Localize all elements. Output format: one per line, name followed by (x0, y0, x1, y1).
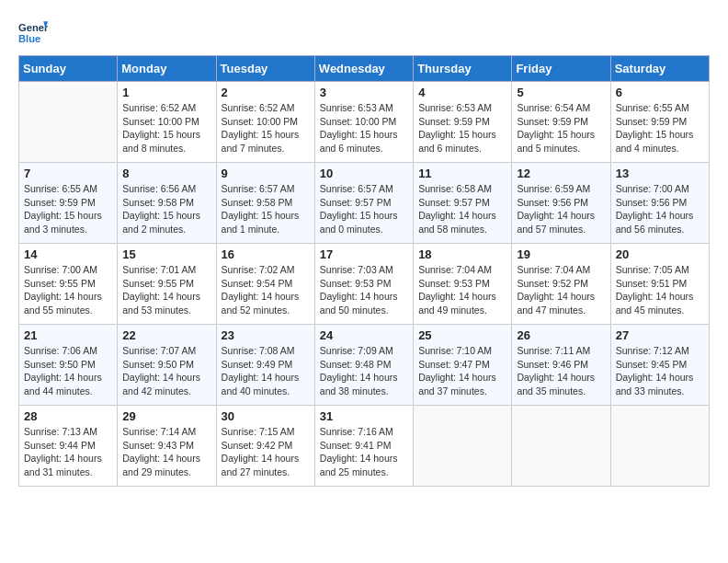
cell-text: and 2 minutes. (122, 223, 210, 236)
calendar-cell (19, 82, 118, 163)
calendar-cell: 29Sunrise: 7:14 AMSunset: 9:43 PMDayligh… (118, 406, 216, 487)
day-number: 1 (122, 86, 210, 99)
day-number: 22 (122, 328, 210, 342)
cell-text: Sunrise: 7:09 AM (320, 344, 408, 358)
cell-text: Daylight: 15 hours (517, 128, 605, 142)
cell-text: Sunset: 9:58 PM (122, 196, 210, 210)
cell-text: Sunset: 9:56 PM (616, 196, 704, 210)
cell-text: Sunrise: 7:00 AM (616, 182, 704, 196)
cell-text: and 40 minutes. (222, 385, 310, 398)
cell-text: Daylight: 14 hours (24, 290, 112, 304)
cell-text: and 52 minutes. (222, 304, 310, 317)
calendar-week-row: 1Sunrise: 6:52 AMSunset: 10:00 PMDayligh… (19, 82, 710, 163)
cell-text: Daylight: 15 hours (122, 128, 210, 142)
calendar-cell: 7Sunrise: 6:55 AMSunset: 9:59 PMDaylight… (19, 163, 118, 244)
cell-text: Sunset: 9:59 PM (517, 115, 605, 129)
cell-text: and 55 minutes. (24, 304, 112, 317)
calendar-cell: 5Sunrise: 6:54 AMSunset: 9:59 PMDaylight… (512, 82, 610, 163)
cell-text: Sunrise: 7:12 AM (616, 344, 704, 358)
cell-text: and 49 minutes. (418, 304, 506, 317)
calendar-cell: 19Sunrise: 7:04 AMSunset: 9:52 PMDayligh… (512, 244, 610, 325)
cell-text: and 37 minutes. (418, 385, 506, 398)
cell-text: and 57 minutes. (517, 223, 605, 236)
calendar-week-row: 14Sunrise: 7:00 AMSunset: 9:55 PMDayligh… (19, 244, 710, 325)
cell-text: Sunrise: 6:53 AM (418, 101, 506, 115)
cell-text: Sunrise: 7:10 AM (418, 344, 506, 358)
cell-text: Sunrise: 7:02 AM (222, 263, 310, 277)
day-number: 7 (24, 167, 112, 180)
cell-text: and 29 minutes. (122, 465, 210, 479)
cell-text: Sunset: 9:50 PM (24, 358, 112, 372)
day-number: 28 (24, 409, 112, 423)
day-number: 30 (222, 409, 310, 423)
cell-text: Sunrise: 6:53 AM (320, 101, 408, 115)
day-number: 6 (616, 86, 704, 99)
cell-text: Sunset: 9:42 PM (222, 439, 310, 453)
cell-text: Daylight: 14 hours (616, 209, 704, 223)
day-number: 24 (320, 328, 408, 342)
day-number: 14 (24, 247, 112, 261)
cell-text: Sunrise: 6:59 AM (517, 182, 605, 196)
cell-text: Sunrise: 6:58 AM (418, 182, 506, 196)
cell-text: Daylight: 14 hours (418, 371, 506, 385)
day-number: 23 (222, 328, 310, 342)
cell-text: and 58 minutes. (418, 223, 506, 236)
day-number: 16 (222, 247, 310, 261)
cell-text: Daylight: 14 hours (418, 209, 506, 223)
weekday-header: Wednesday (314, 56, 413, 82)
calendar-cell: 2Sunrise: 6:52 AMSunset: 10:00 PMDayligh… (216, 82, 314, 163)
calendar-cell: 16Sunrise: 7:02 AMSunset: 9:54 PMDayligh… (216, 244, 314, 325)
cell-text: Sunrise: 7:04 AM (418, 263, 506, 277)
cell-text: Sunrise: 7:08 AM (222, 344, 310, 358)
logo-icon: GeneralBlue (18, 18, 48, 48)
calendar-cell: 10Sunrise: 6:57 AMSunset: 9:57 PMDayligh… (314, 163, 413, 244)
cell-text: Sunset: 9:45 PM (616, 358, 704, 372)
cell-text: Sunset: 9:59 PM (616, 115, 704, 129)
day-number: 4 (418, 86, 506, 99)
cell-text: Daylight: 15 hours (320, 128, 408, 142)
svg-text:Blue: Blue (18, 33, 40, 44)
cell-text: Daylight: 15 hours (418, 128, 506, 142)
cell-text: Daylight: 14 hours (222, 290, 310, 304)
cell-text: and 5 minutes. (517, 142, 605, 155)
cell-text: Sunset: 9:56 PM (517, 196, 605, 210)
svg-text:General: General (18, 22, 48, 33)
calendar-cell (512, 406, 610, 487)
calendar-cell: 21Sunrise: 7:06 AMSunset: 9:50 PMDayligh… (19, 325, 118, 406)
cell-text: Daylight: 14 hours (418, 290, 506, 304)
cell-text: and 8 minutes. (122, 142, 210, 155)
calendar-cell: 30Sunrise: 7:15 AMSunset: 9:42 PMDayligh… (216, 406, 314, 487)
cell-text: and 56 minutes. (616, 223, 704, 236)
cell-text: Daylight: 14 hours (122, 452, 210, 465)
cell-text: Sunset: 9:58 PM (222, 196, 310, 210)
cell-text: Sunset: 9:59 PM (418, 115, 506, 129)
cell-text: Sunrise: 6:52 AM (222, 101, 310, 115)
cell-text: and 50 minutes. (320, 304, 408, 317)
cell-text: Sunset: 9:44 PM (24, 439, 112, 453)
calendar-cell: 28Sunrise: 7:13 AMSunset: 9:44 PMDayligh… (19, 406, 118, 487)
cell-text: and 27 minutes. (222, 465, 310, 479)
cell-text: Sunset: 9:53 PM (320, 277, 408, 291)
calendar-cell: 24Sunrise: 7:09 AMSunset: 9:48 PMDayligh… (314, 325, 413, 406)
calendar-week-row: 7Sunrise: 6:55 AMSunset: 9:59 PMDaylight… (19, 163, 710, 244)
cell-text: Sunset: 9:57 PM (320, 196, 408, 210)
cell-text: and 33 minutes. (616, 385, 704, 398)
cell-text: Daylight: 15 hours (122, 209, 210, 223)
cell-text: and 0 minutes. (320, 223, 408, 236)
cell-text: Sunset: 9:49 PM (222, 358, 310, 372)
day-number: 26 (517, 328, 605, 342)
calendar-cell: 23Sunrise: 7:08 AMSunset: 9:49 PMDayligh… (216, 325, 314, 406)
cell-text: and 4 minutes. (616, 142, 704, 155)
cell-text: Daylight: 14 hours (517, 371, 605, 385)
calendar-week-row: 28Sunrise: 7:13 AMSunset: 9:44 PMDayligh… (19, 406, 710, 487)
day-number: 3 (320, 86, 408, 99)
cell-text: and 6 minutes. (418, 142, 506, 155)
day-number: 8 (122, 167, 210, 180)
cell-text: Sunrise: 6:57 AM (222, 182, 310, 196)
cell-text: Daylight: 14 hours (320, 371, 408, 385)
day-number: 17 (320, 247, 408, 261)
cell-text: Sunrise: 6:57 AM (320, 182, 408, 196)
cell-text: and 6 minutes. (320, 142, 408, 155)
cell-text: and 25 minutes. (320, 465, 408, 479)
calendar-cell: 25Sunrise: 7:10 AMSunset: 9:47 PMDayligh… (414, 325, 512, 406)
